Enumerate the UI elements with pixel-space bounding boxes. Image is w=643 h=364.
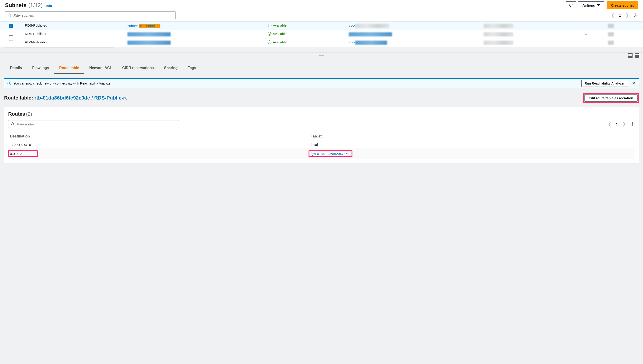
vpc-link[interactable]: vpc- <box>349 24 389 27</box>
table-row[interactable]: 172.31.0.0/16 local <box>8 141 635 148</box>
routes-panel: Routes (2) ❮ 1 ❯ Destination Target 172.… <box>4 107 639 163</box>
vpc-link[interactable]: vpc- <box>349 40 387 44</box>
h-scrollbar[interactable] <box>5 47 114 48</box>
dash: – <box>585 24 587 28</box>
route-destination: 172.31.0.0/16 <box>8 141 309 148</box>
header-actions: Actions Create subnet <box>566 1 638 9</box>
svg-line-4 <box>13 124 14 126</box>
table-row[interactable]: RDS-Pvt-subn… Available vpc- – <box>0 38 643 47</box>
h-scrollbar-track <box>5 49 114 50</box>
redacted <box>127 41 171 45</box>
pagination: ❮ 1 ❯ <box>611 13 638 18</box>
row-checkbox[interactable] <box>9 40 13 44</box>
route-table-label: Route table: <box>4 95 34 101</box>
routes-table: Destination Target 172.31.0.0/16 local 0… <box>8 132 635 159</box>
page-header: Subnets (1/12) Info Actions Create subne… <box>0 0 643 11</box>
search-icon <box>8 13 12 17</box>
dash: – <box>585 41 587 44</box>
filter-routes-input[interactable] <box>17 122 176 126</box>
highlight-frame: igw-01362ba6a52047b69 <box>309 150 352 157</box>
routes-count: (2) <box>26 111 32 117</box>
routes-page-number: 1 <box>616 122 618 126</box>
tab-tags[interactable]: Tags <box>183 64 201 74</box>
svg-point-3 <box>11 122 14 125</box>
subnet-id-link[interactable] <box>127 32 171 36</box>
redacted <box>349 32 392 36</box>
subnet-name: RDS-Public-su… <box>25 32 51 36</box>
svg-point-2 <box>635 15 636 16</box>
page-number: 1 <box>619 14 621 17</box>
col-destination: Destination <box>8 132 309 141</box>
svg-point-5 <box>632 124 633 125</box>
tab-cidr-reservations[interactable]: CIDR reservations <box>117 64 159 74</box>
dash: – <box>585 32 587 36</box>
subnet-id-link[interactable]: subnet-06ec58f8d1ae… <box>127 24 164 28</box>
redacted <box>484 41 513 45</box>
table-row[interactable]: ✓ RDS-Public-su… subnet-06ec58f8d1ae… Av… <box>0 22 643 30</box>
panel-layout-half-button[interactable] <box>628 54 632 58</box>
route-table-header: Route table: rtb-01da86bd6fc92e0de / RDS… <box>0 93 643 107</box>
info-link[interactable]: Info <box>46 4 52 8</box>
route-table-link[interactable]: rtb-01da86bd6fc92e0de / RDS-Public-rt <box>34 95 127 101</box>
table-row[interactable]: RDS-Public-su… Available – <box>0 30 643 38</box>
tab-network-acl[interactable]: Network ACL <box>84 64 117 74</box>
gear-icon <box>630 122 635 126</box>
routes-next-page-button[interactable]: ❯ <box>622 122 626 126</box>
svg-line-1 <box>10 16 11 17</box>
redacted <box>127 32 171 36</box>
search-icon <box>11 122 15 126</box>
refresh-button[interactable] <box>566 1 576 9</box>
subnets-table-wrap: ✓ RDS-Public-su… subnet-06ec58f8d1ae… Av… <box>0 21 643 46</box>
filter-subnets-input[interactable] <box>14 14 173 17</box>
check-circle-icon <box>268 40 272 44</box>
actions-label: Actions <box>582 4 595 7</box>
redacted <box>484 24 513 28</box>
routes-title: Routes <box>8 111 25 117</box>
check-circle-icon <box>268 32 272 36</box>
actions-button[interactable]: Actions <box>578 1 604 9</box>
page-title: Subnets <box>5 2 27 8</box>
tab-flow-logs[interactable]: Flow logs <box>27 64 54 74</box>
status-badge: Available <box>268 24 287 27</box>
table-row[interactable]: 0.0.0.0/0 igw-01362ba6a52047b69 <box>8 148 635 159</box>
settings-button[interactable] <box>633 13 638 18</box>
redacted <box>355 41 387 45</box>
subnet-id-link[interactable] <box>127 40 171 44</box>
routes-header-row: Destination Target <box>8 132 635 141</box>
tab-route-table[interactable]: Route table <box>54 64 84 74</box>
row-checkbox[interactable] <box>9 32 13 36</box>
info-icon: i <box>8 82 11 85</box>
route-destination: 0.0.0.0/0 <box>10 152 23 156</box>
caret-down-icon <box>597 4 600 7</box>
info-banner: i You can now check network connectivity… <box>4 78 639 88</box>
subnet-name: RDS-Pvt-subn… <box>25 40 50 44</box>
close-banner-button[interactable]: ✕ <box>632 81 635 86</box>
highlight-frame: 0.0.0.0/0 <box>8 150 38 157</box>
next-page-button[interactable]: ❯ <box>625 13 629 18</box>
panel-layout-full-button[interactable] <box>635 54 639 58</box>
panel-layout-controls <box>628 54 639 58</box>
split-divider[interactable]: ══ <box>0 52 643 59</box>
tab-sharing[interactable]: Sharing <box>159 64 183 74</box>
gear-icon <box>633 13 638 18</box>
subnets-table: ✓ RDS-Public-su… subnet-06ec58f8d1ae… Av… <box>0 21 643 46</box>
prev-page-button[interactable]: ❮ <box>611 13 614 18</box>
vpc-link[interactable] <box>349 32 392 36</box>
filter-row: ❮ 1 ❯ <box>0 11 643 21</box>
route-target-link[interactable]: igw-01362ba6a52047b69 <box>311 152 349 156</box>
refresh-icon <box>569 3 573 7</box>
routes-prev-page-button[interactable]: ❮ <box>608 122 611 126</box>
edit-route-table-association-button[interactable]: Edit route table association <box>584 94 637 102</box>
row-checkbox[interactable]: ✓ <box>9 24 13 28</box>
filter-routes-input-wrap[interactable] <box>8 120 179 128</box>
filter-subnets-input-wrap[interactable] <box>5 11 176 19</box>
tab-details[interactable]: Details <box>5 64 27 74</box>
redacted <box>355 24 389 28</box>
highlight-frame: Edit route table association <box>583 93 639 103</box>
create-subnet-button[interactable]: Create subnet <box>607 1 638 9</box>
status-badge: Available <box>268 32 287 36</box>
routes-settings-button[interactable] <box>630 122 635 126</box>
run-reachability-button[interactable]: Run Reachability Analyzer <box>581 80 628 87</box>
selection-count: (1/12) <box>29 2 43 8</box>
status-badge: Available <box>268 40 287 44</box>
